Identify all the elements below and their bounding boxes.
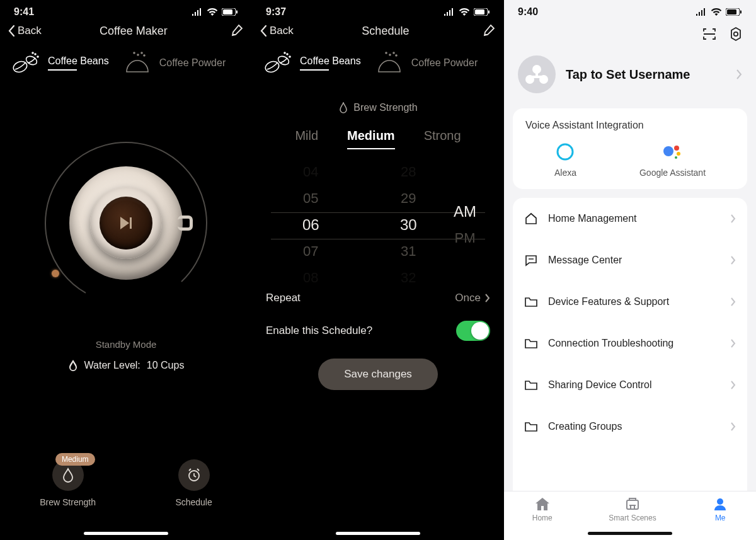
schedule-button[interactable] bbox=[178, 459, 210, 491]
repeat-value-wrap: Once bbox=[455, 292, 490, 304]
svg-point-39 bbox=[674, 146, 679, 151]
water-level-row: Water Level: 10 Cups bbox=[68, 360, 185, 371]
strength-strong[interactable]: Strong bbox=[424, 129, 461, 149]
chevron-right-icon bbox=[730, 214, 736, 223]
brew-strength-label: Brew Strength bbox=[40, 497, 96, 507]
svg-rect-1 bbox=[223, 9, 232, 14]
picker-item-selected: AM bbox=[454, 198, 476, 225]
menu-creating-groups[interactable]: Creating Groups bbox=[513, 406, 747, 447]
avatar-placeholder-icon bbox=[524, 62, 549, 87]
status-icons bbox=[192, 8, 238, 16]
tab-home[interactable]: Home bbox=[532, 497, 553, 522]
svg-point-8 bbox=[137, 54, 139, 55]
svg-point-25 bbox=[386, 52, 387, 54]
svg-rect-17 bbox=[488, 11, 490, 14]
voice-card-title: Voice Assistant Integration bbox=[523, 120, 737, 131]
brew-dial[interactable] bbox=[38, 135, 214, 311]
page-title: Coffee Maker bbox=[42, 25, 226, 38]
signal-icon bbox=[192, 8, 203, 16]
scan-button[interactable] bbox=[702, 26, 717, 44]
person-icon bbox=[713, 497, 728, 512]
home-indicator[interactable] bbox=[336, 532, 420, 535]
edit-button[interactable] bbox=[478, 23, 496, 39]
tab-coffee-powder[interactable]: Coffee Powder bbox=[122, 50, 226, 76]
alarm-clock-icon bbox=[186, 468, 202, 483]
save-button[interactable]: Save changes bbox=[318, 359, 438, 390]
svg-point-10 bbox=[134, 52, 135, 54]
status-time: 9:41 bbox=[14, 6, 34, 18]
status-icons bbox=[696, 8, 742, 16]
home-indicator[interactable] bbox=[84, 532, 168, 535]
profile-username: Tap to Set Username bbox=[566, 67, 726, 82]
svg-rect-16 bbox=[475, 9, 484, 14]
tab-scenes-label: Smart Scenes bbox=[609, 514, 656, 522]
menu-label: Sharing Device Control bbox=[548, 379, 720, 391]
svg-point-38 bbox=[663, 146, 673, 156]
toggle-knob bbox=[471, 322, 489, 340]
drop-outline-icon bbox=[61, 468, 75, 483]
voice-providers: Alexa Google Assistant bbox=[523, 142, 737, 178]
picker-ampm[interactable]: AM PM bbox=[454, 168, 476, 282]
back-button[interactable]: Back bbox=[8, 25, 42, 37]
back-label: Back bbox=[18, 25, 42, 37]
folder-icon bbox=[524, 420, 538, 433]
enable-label: Enable this Schedule? bbox=[266, 325, 372, 337]
voice-google[interactable]: Google Assistant bbox=[639, 142, 706, 178]
menu-label: Message Center bbox=[548, 255, 720, 266]
play-next-icon bbox=[117, 214, 135, 233]
home-indicator[interactable] bbox=[588, 532, 672, 535]
status-time: 9:40 bbox=[518, 6, 538, 18]
home-icon bbox=[534, 497, 551, 512]
status-bar: 9:41 bbox=[0, 0, 252, 20]
picker-item: 31 bbox=[401, 238, 416, 265]
dial-area: Standby Mode Water Level: 10 Cups bbox=[0, 84, 252, 459]
menu-home-management[interactable]: Home Management bbox=[513, 198, 747, 239]
repeat-row[interactable]: Repeat Once bbox=[252, 282, 504, 314]
time-picker[interactable]: 04 05 06 07 08 28 29 30 31 32 AM PM bbox=[252, 168, 504, 282]
svg-rect-2 bbox=[236, 11, 238, 14]
back-label: Back bbox=[270, 25, 294, 37]
tab-coffee-beans[interactable]: Coffee Beans bbox=[262, 50, 361, 76]
tab-coffee-powder[interactable]: Coffee Powder bbox=[374, 50, 478, 76]
menu-connection-troubleshooting[interactable]: Connection Troubleshooting bbox=[513, 323, 747, 364]
status-time: 9:37 bbox=[266, 6, 286, 18]
play-button[interactable] bbox=[112, 209, 140, 237]
pencil-icon bbox=[483, 23, 496, 37]
tab-me[interactable]: Me bbox=[713, 497, 728, 522]
enable-row: Enable this Schedule? bbox=[252, 314, 504, 347]
alexa-icon bbox=[556, 142, 575, 161]
svg-point-31 bbox=[734, 32, 738, 36]
enable-toggle[interactable] bbox=[456, 321, 490, 341]
menu-sharing-device-control[interactable]: Sharing Device Control bbox=[513, 364, 747, 406]
menu-device-features[interactable]: Device Features & Support bbox=[513, 281, 747, 323]
settings-button[interactable] bbox=[728, 26, 743, 44]
strength-mild[interactable]: Mild bbox=[295, 129, 318, 149]
tab-coffee-beans[interactable]: Coffee Beans bbox=[10, 50, 109, 76]
voice-alexa[interactable]: Alexa bbox=[554, 142, 576, 178]
screen-me: 9:40 Tap to Set Username Voice Assistant… bbox=[504, 0, 756, 540]
picker-minutes[interactable]: 28 29 30 31 32 bbox=[400, 168, 417, 282]
chevron-right-icon bbox=[730, 339, 736, 348]
home-outline-icon bbox=[524, 212, 538, 226]
coffee-powder-icon bbox=[122, 50, 153, 76]
menu-label: Connection Troubleshooting bbox=[548, 338, 720, 349]
chevron-right-icon bbox=[730, 381, 736, 389]
wifi-icon bbox=[459, 8, 470, 16]
svg-point-21 bbox=[289, 56, 290, 57]
bottom-actions: Medium Brew Strength Schedule bbox=[0, 459, 252, 540]
dial-handle[interactable] bbox=[52, 270, 59, 277]
menu-message-center[interactable]: Message Center bbox=[513, 239, 747, 281]
edit-button[interactable] bbox=[226, 23, 244, 39]
back-button[interactable]: Back bbox=[260, 25, 294, 37]
strength-medium[interactable]: Medium bbox=[347, 129, 395, 149]
coffee-beans-icon bbox=[10, 50, 42, 76]
battery-icon bbox=[474, 8, 490, 16]
tab-smart-scenes[interactable]: Smart Scenes bbox=[609, 497, 656, 522]
picker-item-selected: 30 bbox=[400, 212, 417, 238]
profile-row[interactable]: Tap to Set Username bbox=[504, 44, 756, 108]
status-bar: 9:37 bbox=[252, 0, 504, 20]
menu-label: Home Management bbox=[548, 213, 720, 224]
screen-coffee-maker: 9:41 Back Coffee Maker Coffee Beans bbox=[0, 0, 252, 540]
voice-alexa-label: Alexa bbox=[554, 168, 576, 178]
picker-hours[interactable]: 04 05 06 07 08 bbox=[302, 168, 319, 282]
